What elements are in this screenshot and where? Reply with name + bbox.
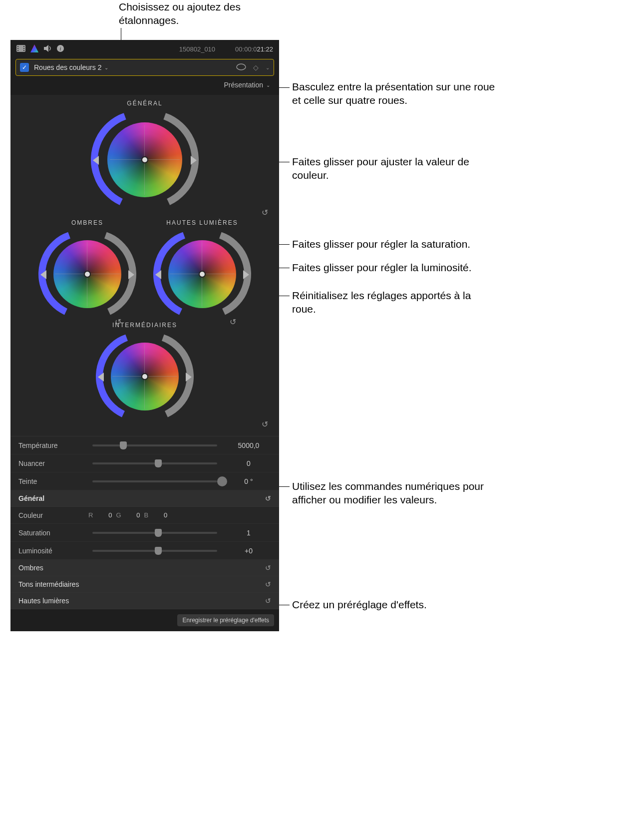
saturation-value[interactable]: 1 (226, 529, 271, 537)
reset-icon[interactable]: ↺ (265, 597, 271, 605)
callout-drag-color: Faites glisser pour ajuster la valeur de… (292, 155, 482, 182)
color-wheel-highlights[interactable] (157, 229, 247, 319)
reset-wheel-button[interactable]: ↺ (262, 419, 268, 429)
saturation-handle[interactable] (40, 270, 46, 279)
brightness-handle[interactable] (243, 270, 249, 279)
param-color-rgb: Couleur R 0 G 0 B 0 (10, 507, 279, 524)
section-shadows[interactable]: Ombres ↺ (10, 560, 279, 576)
tint-value[interactable]: 0 (226, 459, 271, 467)
keyframe-dropdown-icon[interactable]: ⌄ (266, 65, 270, 70)
hue-value[interactable]: 0 ° (226, 477, 271, 485)
callout-drag-lum: Faites glisser pour régler la luminosité… (292, 261, 507, 274)
footer: Enregistrer le préréglage d'effets (10, 609, 279, 631)
wheel-shadows: OMBRES ↺ (42, 219, 132, 327)
save-preset-button[interactable]: Enregistrer le préréglage d'effets (177, 614, 274, 626)
svg-rect-2 (17, 48, 18, 49)
brightness-handle[interactable] (128, 270, 134, 279)
svg-rect-1 (17, 46, 18, 47)
saturation-handle[interactable] (98, 373, 104, 382)
rgb-g-value[interactable]: 0 (125, 511, 140, 519)
wheel-label-shadows: OMBRES (71, 219, 103, 226)
temperature-value[interactable]: 5000,0 (226, 441, 271, 449)
audio-tab-icon[interactable] (43, 45, 51, 53)
effect-header: ✓ Roues des couleurs 2 ⌄ ◇ ⌄ (15, 59, 274, 76)
keyframe-icon[interactable]: ◇ (253, 63, 259, 71)
reset-wheel-button[interactable]: ↺ (262, 208, 268, 217)
callout-drag-sat: Faites glisser pour régler la saturation… (292, 237, 502, 251)
wheel-label-mids: INTERMÉDIAIRES (112, 322, 177, 329)
reset-icon[interactable]: ↺ (265, 564, 271, 572)
svg-marker-7 (30, 44, 38, 52)
color-tab-icon[interactable] (30, 44, 38, 54)
svg-text:i: i (59, 45, 61, 51)
info-tab-icon[interactable]: i (56, 44, 64, 54)
correction-dropdown[interactable]: Roues des couleurs 2 (34, 63, 101, 71)
param-saturation: Saturation 1 (10, 524, 279, 542)
section-mids[interactable]: Tons intermédiaires ↺ (10, 576, 279, 593)
rgb-r-value[interactable]: 0 (97, 511, 112, 519)
presentation-dropdown[interactable]: Présentation ⌄ (10, 77, 279, 95)
wheel-general: GÉNÉRAL ↺ (10, 100, 279, 217)
color-control-puck[interactable] (199, 271, 206, 278)
color-control-puck[interactable] (84, 271, 91, 278)
hue-slider[interactable] (92, 480, 217, 482)
svg-rect-3 (17, 50, 18, 51)
global-params: Température 5000,0 Nuancer 0 Teinte 0 ° (10, 436, 279, 490)
section-general[interactable]: Général ↺ (10, 490, 279, 507)
callout-top: Choisissez ou ajoutez des étalonnages. (119, 0, 279, 27)
callout-numeric: Utilisez les commandes numériques pour a… (292, 479, 502, 507)
param-temperature: Température 5000,0 (10, 436, 279, 454)
mask-icon[interactable] (236, 63, 246, 72)
color-wheel-general[interactable] (95, 110, 195, 210)
brightness-handle[interactable] (191, 156, 197, 165)
wheel-label-highlights: HAUTES LUMIÈRES (166, 219, 238, 226)
color-wheels-area: GÉNÉRAL ↺ OMBRES (10, 95, 279, 436)
svg-rect-5 (23, 48, 24, 49)
color-control-puck[interactable] (141, 373, 148, 380)
section-highlights[interactable]: Hautes lumières ↺ (10, 593, 279, 609)
rgb-b-value[interactable]: 0 (152, 511, 167, 519)
tint-slider[interactable] (92, 462, 217, 464)
saturation-handle[interactable] (93, 156, 99, 165)
callout-presentation: Basculez entre la présentation sur une r… (292, 80, 502, 107)
callout-reset: Réinitialisez les réglages apportés à la… (292, 289, 482, 316)
svg-point-10 (237, 64, 246, 70)
svg-rect-4 (23, 46, 24, 47)
inspector-tabs: i 150802_010 00:00:021:22 (10, 40, 279, 58)
color-wheel-shadows[interactable] (42, 229, 132, 319)
wheel-label-general: GÉNÉRAL (127, 100, 162, 107)
temperature-slider[interactable] (92, 444, 217, 446)
param-tint: Nuancer 0 (10, 454, 279, 472)
video-tab-icon[interactable] (16, 45, 25, 53)
color-control-puck[interactable] (141, 156, 148, 163)
param-hue: Teinte 0 ° (10, 472, 279, 490)
reset-icon[interactable]: ↺ (265, 580, 271, 588)
timecode: 00:00:021:22 (235, 45, 273, 53)
clip-name: 150802_010 (179, 45, 215, 53)
wheel-highlights: HAUTES LUMIÈRES ↺ (157, 219, 247, 327)
brightness-value[interactable]: +0 (226, 547, 271, 555)
svg-rect-6 (23, 50, 24, 51)
callout-preset: Créez un préréglage d'effets. (292, 598, 482, 611)
effect-enable-checkbox[interactable]: ✓ (20, 63, 29, 72)
wheel-mids: INTERMÉDIAIRES ↺ (10, 322, 279, 429)
reset-icon[interactable]: ↺ (265, 494, 271, 502)
color-wheel-mids[interactable] (100, 332, 190, 421)
inspector-panel: i 150802_010 00:00:021:22 ✓ Roues des co… (10, 40, 279, 631)
chevron-down-icon[interactable]: ⌄ (104, 65, 108, 70)
saturation-handle[interactable] (155, 270, 161, 279)
saturation-slider[interactable] (92, 532, 217, 534)
brightness-handle[interactable] (186, 373, 192, 382)
chevron-down-icon: ⌄ (266, 82, 270, 88)
param-brightness: Luminosité +0 (10, 542, 279, 560)
brightness-slider[interactable] (92, 550, 217, 552)
